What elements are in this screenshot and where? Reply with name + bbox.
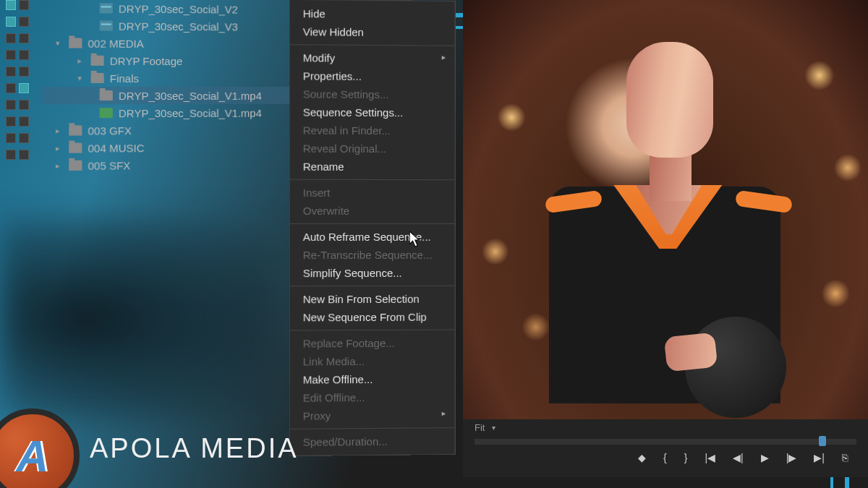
project-item-clip[interactable]: DRYP_30sec_Social_V1.mp4 xyxy=(43,87,295,104)
project-item-folder[interactable]: ▾ Finals xyxy=(43,69,295,87)
item-label: 004 MUSIC xyxy=(88,142,145,154)
folder-icon xyxy=(69,143,82,153)
menu-separator xyxy=(290,427,455,429)
folder-icon xyxy=(100,90,113,100)
bracket-out-icon[interactable]: } xyxy=(684,452,688,463)
brand-watermark: A APOLA MEDIA xyxy=(0,408,299,488)
program-monitor-controls: Fit ▾ ◆ { } |◀ ◀| ▶ |▶ ▶| ⎘ xyxy=(463,419,868,477)
sequence-icon xyxy=(100,20,113,30)
folder-icon xyxy=(69,160,82,171)
program-monitor[interactable] xyxy=(463,0,868,419)
menu-item[interactable]: Properties... xyxy=(290,67,455,85)
item-label: DRYP_30sec_Social_V3 xyxy=(119,20,238,33)
brand-logo-icon: A xyxy=(0,408,80,488)
chevron-right-icon[interactable]: ▸ xyxy=(56,126,63,135)
menu-item[interactable]: Make Offline... xyxy=(290,369,455,388)
menu-item[interactable]: New Bin From Selection xyxy=(290,290,455,309)
menu-item: Replace Footage... xyxy=(290,334,455,353)
item-label: DRYP_30sec_Social_V1.mp4 xyxy=(119,106,262,119)
go-to-out-icon[interactable]: ▶| xyxy=(814,452,825,463)
menu-item: Link Media... xyxy=(290,351,455,370)
menu-item: Reveal Original... xyxy=(290,140,455,158)
preview-frame xyxy=(463,0,868,419)
chevron-down-icon[interactable]: ▾ xyxy=(492,424,495,432)
project-item-folder[interactable]: ▸ 003 GFX xyxy=(43,121,295,140)
step-forward-icon[interactable]: |▶ xyxy=(786,452,797,463)
timeline-scrubber[interactable] xyxy=(475,439,856,445)
project-item-sequence[interactable]: DRYP_30sec_Social_V2 xyxy=(43,0,295,18)
project-item-clip[interactable]: DRYP_30sec_Social_V1.mp4 xyxy=(43,104,295,122)
menu-item[interactable]: Modify▸ xyxy=(290,48,455,68)
item-label: DRYP_30sec_Social_V2 xyxy=(119,2,238,15)
chevron-right-icon[interactable]: ▸ xyxy=(56,160,63,170)
chevron-right-icon[interactable]: ▸ xyxy=(56,143,63,153)
chevron-right-icon: ▸ xyxy=(442,408,446,418)
chevron-right-icon[interactable]: ▸ xyxy=(77,56,85,65)
chevron-down-icon[interactable]: ▾ xyxy=(77,73,85,82)
menu-separator xyxy=(290,223,455,224)
menu-item: Overwrite xyxy=(290,202,455,220)
play-icon[interactable]: ▶ xyxy=(761,452,769,463)
item-label: DRYP_30sec_Social_V1.mp4 xyxy=(119,89,262,101)
brand-monogram: A xyxy=(17,430,49,481)
sequence-icon xyxy=(100,3,113,13)
item-label: 002 MEDIA xyxy=(88,37,144,49)
menu-separator xyxy=(290,286,455,287)
menu-separator xyxy=(290,179,455,180)
bracket-in-icon[interactable]: { xyxy=(663,452,667,463)
menu-item: Insert xyxy=(290,184,455,202)
folder-icon xyxy=(91,56,104,66)
menu-separator xyxy=(290,44,455,46)
project-item-folder[interactable]: ▸ 004 MUSIC xyxy=(43,138,295,157)
label-color-column xyxy=(6,0,36,166)
menu-separator xyxy=(290,330,455,331)
menu-item[interactable]: Rename xyxy=(290,158,455,176)
transport-controls: ◆ { } |◀ ◀| ▶ |▶ ▶| ⎘ xyxy=(463,448,868,468)
chevron-down-icon[interactable]: ▾ xyxy=(56,38,63,48)
folder-icon xyxy=(91,73,104,83)
menu-item[interactable]: Auto Reframe Sequence... xyxy=(290,228,455,246)
fit-dropdown[interactable]: Fit xyxy=(475,422,485,433)
project-item-folder[interactable]: ▸ DRYP Footage xyxy=(43,52,295,70)
project-panel[interactable]: DRYP_30sec_Social_V2 DRYP_30sec_Social_V… xyxy=(43,0,295,174)
item-label: 005 SFX xyxy=(88,159,131,171)
menu-item: Reveal in Finder... xyxy=(290,121,455,140)
menu-item: Source Settings... xyxy=(290,85,455,103)
menu-item: Proxy▸ xyxy=(290,406,455,425)
project-item-folder[interactable]: ▸ 005 SFX xyxy=(43,155,295,174)
item-label: 003 GFX xyxy=(88,124,132,137)
folder-icon xyxy=(69,38,82,48)
context-menu[interactable]: HideView HiddenModify▸Properties...Sourc… xyxy=(289,0,456,456)
menu-item: Edit Offline... xyxy=(290,388,455,407)
chevron-right-icon: ▸ xyxy=(442,53,446,62)
item-label: DRYP Footage xyxy=(110,54,182,67)
menu-item: Re-Transcribe Sequence... xyxy=(290,246,455,264)
background-vignette xyxy=(0,217,275,419)
item-label: Finals xyxy=(110,72,139,84)
go-to-in-icon[interactable]: |◀ xyxy=(705,452,715,463)
step-back-icon[interactable]: ◀| xyxy=(733,452,744,463)
mark-in-icon[interactable]: ◆ xyxy=(638,452,646,463)
brand-name: APOLA MEDIA xyxy=(90,433,299,464)
project-item-sequence[interactable]: DRYP_30sec_Social_V3 xyxy=(43,17,295,35)
folder-icon xyxy=(69,125,82,135)
menu-item[interactable]: New Sequence From Clip xyxy=(290,308,455,327)
cursor-icon xyxy=(409,231,422,250)
menu-item[interactable]: Sequence Settings... xyxy=(290,103,455,121)
menu-item[interactable]: View Hidden xyxy=(290,22,455,42)
menu-item[interactable]: Simplify Sequence... xyxy=(290,264,455,282)
playhead-marker[interactable] xyxy=(819,436,826,446)
project-item-folder[interactable]: ▾ 002 MEDIA xyxy=(43,34,295,52)
export-frame-icon[interactable]: ⎘ xyxy=(842,452,848,463)
clip-icon xyxy=(100,108,113,118)
menu-item: Speed/Duration... xyxy=(290,432,455,451)
menu-item[interactable]: Hide xyxy=(290,4,455,24)
